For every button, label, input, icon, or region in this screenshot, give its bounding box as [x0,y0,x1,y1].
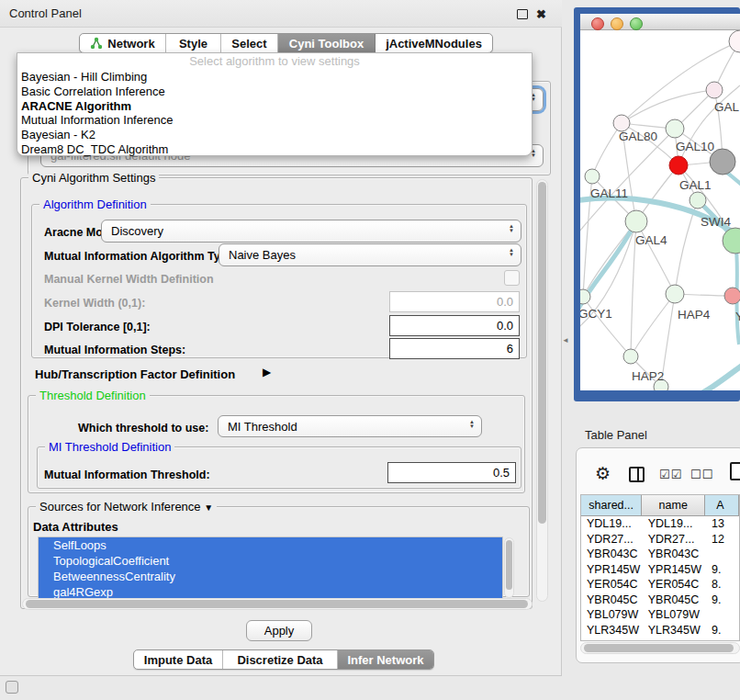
list-item-topologicalcoefficient[interactable]: TopologicalCoefficient [39,553,502,569]
restore-panel-icon[interactable] [6,681,18,694]
node-swi4 [690,192,706,209]
hub-definition-label: Hub/Transcription Factor Definition [35,367,235,381]
table-horizontal-scrollbar[interactable] [580,642,740,654]
control-panel-header: Control Panel ✖ [0,0,562,28]
tab-network[interactable]: Network [80,34,166,52]
table-row[interactable]: YER054CYER054C8. [581,577,739,593]
float-panel-icon[interactable] [515,7,529,21]
table-panel-title: Table Panel [585,428,647,442]
node-label: GAL1 [679,178,712,192]
node-labels: GAL GAL80 GAL10 GAL1 GAL11 SWI4 GAL4 GCY… [580,100,740,383]
node-label: GAL80 [619,130,657,143]
node-hap4 [666,285,684,303]
tab-infer-network[interactable]: Infer Network [338,650,433,669]
stepper-icon: ▲▼ [469,420,475,429]
data-attributes-label: Data Attributes [33,520,118,534]
list-item-gal4rgexp[interactable]: gal4RGexp [39,584,502,599]
sources-title: Sources for Network Inference ▼ [36,500,217,514]
table-row[interactable]: YDR27...YDR27...12 [581,532,739,548]
tab-cyni-toolbox[interactable]: Cyni Toolbox [278,34,376,52]
popup-item-aracne[interactable]: ARACNE Algorithm [17,99,532,114]
tab-impute-data[interactable]: Impute Data [134,650,223,669]
algorithm-definition-title: Algorithm Definition [39,198,151,211]
dpi-tolerance-label: DPI Tolerance [0,1]: [44,321,151,333]
popup-item-mutual-information[interactable]: Mutual Information Inference [17,113,532,128]
settings-horizontal-scrollbar[interactable] [22,598,533,610]
cyni-settings-title: Cyni Algorithm Settings [28,171,159,185]
settings-vertical-scrollbar[interactable] [536,179,548,602]
screen: Control Panel ✖ Network Style Select Cyn… [0,0,740,700]
checked-columns-icon[interactable]: ☑☑ [659,468,682,481]
attributes-scroll-thumb[interactable] [506,540,512,590]
node-gal [706,82,723,98]
column-header-shared-name[interactable]: shared... [581,495,642,515]
node-label: GAL10 [676,140,714,153]
tab-style[interactable]: Style [166,34,221,52]
node-gal11 [585,169,600,184]
stepper-icon: ▲▼ [509,224,514,233]
popup-item-bayesian-k2[interactable]: Bayesian - K2 [17,128,532,142]
control-panel-title: Control Panel [9,6,82,20]
mi-steps-field[interactable]: 6 [389,338,520,359]
network-window-titlebar[interactable] [580,14,740,30]
network-graph: GAL GAL80 GAL10 GAL1 GAL11 SWI4 GAL4 GCY… [580,30,740,390]
kernel-width-field[interactable]: 0.0 [389,291,520,312]
node-salmon [724,288,740,304]
node-label: Y [735,310,740,323]
list-item-selfloops[interactable]: SelfLoops [39,537,502,553]
tab-jactivemnodules[interactable]: jActiveMNodules [376,34,492,52]
collapse-triangle-icon[interactable]: ▼ [204,502,213,513]
close-traffic-light-icon[interactable] [591,17,604,30]
table-row[interactable]: YBL079WYBL079W [581,607,739,623]
manual-kernel-width-checkbox[interactable] [504,270,520,286]
mi-algorithm-type-combo[interactable]: Naive Bayes ▲▼ [219,243,521,266]
document-icon[interactable] [730,462,740,480]
node [729,30,740,52]
popup-item-bayesian-hill[interactable]: Bayesian - Hill Climbing [17,70,532,85]
node-gcy1 [580,289,590,304]
unchecked-columns-icon[interactable]: ☐☐ [690,468,713,481]
table-row[interactable]: YDL19...YDL19...13 [581,516,739,532]
zoom-traffic-light-icon[interactable] [630,17,643,30]
table-row[interactable]: YBR043CYBR043C [581,547,739,562]
popup-item-dream8[interactable]: Dream8 DC_TDC Algorithm [17,142,532,157]
mi-algorithm-type-label: Mutual Information Algorithm Type: [44,250,237,263]
minimize-traffic-light-icon[interactable] [611,17,623,30]
control-panel: Control Panel ✖ Network Style Select Cyn… [0,0,562,676]
tab-select[interactable]: Select [221,34,278,52]
which-threshold-label: Which threshold to use: [78,422,208,435]
apply-button[interactable]: Apply [246,620,312,641]
tab-discretize-data[interactable]: Discretize Data [223,650,338,669]
table-row[interactable]: YIL052CYIL052C9. [581,638,739,641]
network-canvas[interactable]: GAL GAL80 GAL10 GAL1 GAL11 SWI4 GAL4 GCY… [580,30,740,390]
settings-hscroll-thumb[interactable] [26,600,528,608]
attributes-list-scrollbar[interactable] [504,537,514,598]
node-label: HAP2 [632,369,664,383]
mi-steps-label: Mutual Information Steps: [44,344,185,356]
column-header-name[interactable]: name [642,495,705,515]
node-label: SWI4 [701,215,731,229]
aracne-mode-combo[interactable]: Discovery ▲▼ [101,220,521,243]
node-label: GAL4 [635,233,667,247]
node-label: GAL11 [590,186,628,200]
kernel-width-label: Kernel Width (0,1): [44,297,145,310]
dpi-tolerance-field[interactable]: 0.0 [389,315,520,336]
list-item-betweennesscentrality[interactable]: BetweennessCentrality [39,569,502,584]
table-hscroll-thumb[interactable] [584,644,734,652]
node-gal10 [666,119,684,138]
popup-item-basic-correlation[interactable]: Basic Correlation Inference [17,85,532,99]
column-header-third[interactable]: A [705,495,739,515]
columns-icon[interactable] [629,467,645,482]
mi-threshold-field[interactable]: 0.5 [387,462,516,483]
which-threshold-combo[interactable]: MI Threshold ▲▼ [218,415,482,437]
table-row[interactable]: YPR145WYPR145W9. [581,562,739,578]
settings-vscroll-thumb[interactable] [538,182,546,524]
disclosure-triangle-icon[interactable]: ▶ [263,366,271,378]
node-gal1-red [669,156,688,175]
table-row[interactable]: YBR045CYBR045C9. [581,593,739,608]
gear-icon[interactable]: ⚙ [595,463,611,484]
splitter-collapse-icon[interactable]: ◄ [562,336,569,344]
table-row[interactable]: YLR345WYLR345W9. [581,623,739,638]
close-panel-icon[interactable]: ✖ [534,7,548,21]
algorithm-dropdown-popup: Select algorithm to view settings Bayesi… [17,52,533,156]
